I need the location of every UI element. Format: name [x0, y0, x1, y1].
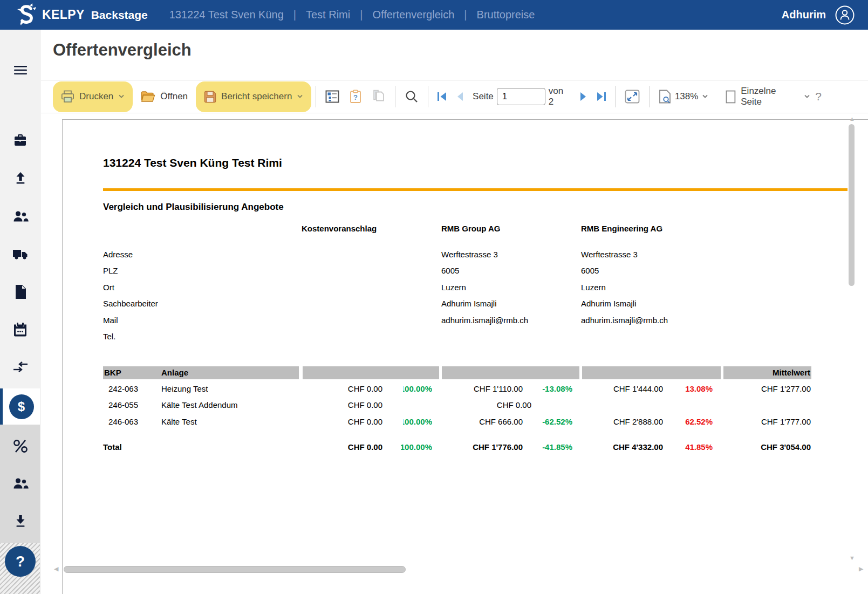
- column-header-rmb-engineering: RMB Engineering AG: [581, 224, 662, 233]
- transfer-arrows-icon[interactable]: [0, 360, 40, 373]
- chevron-down-icon: [118, 94, 125, 99]
- chevron-down-icon: [702, 94, 708, 99]
- page-total-label: von 2: [549, 86, 571, 107]
- column-header-kostenvoranschlag: Kostenvoranschlag: [302, 224, 377, 233]
- cell-kv-pct: -100.00%: [403, 417, 432, 427]
- people-icon[interactable]: [0, 209, 40, 223]
- cell-kv-amount: CHF 0.00: [312, 417, 382, 426]
- breadcrumb: 131224 Test Sven Küng | Test Rimi | Offe…: [169, 9, 535, 21]
- toolbar-help-button[interactable]: ?: [815, 90, 822, 103]
- document-icon[interactable]: [0, 284, 40, 299]
- cell-mittelwert: CHF 1'277.00: [730, 384, 811, 393]
- eng-mail: adhurim.ismajli@rmb.ch: [581, 316, 668, 325]
- copy-button-disabled[interactable]: [367, 90, 391, 104]
- scroll-right-arrow[interactable]: ▶: [859, 566, 863, 572]
- team-icon[interactable]: [0, 476, 40, 490]
- previous-page-button[interactable]: [451, 92, 469, 101]
- percent-icon[interactable]: [0, 439, 40, 454]
- zoom-level-button[interactable]: 138%: [654, 90, 713, 104]
- table-row: 242-063 Heizung Test CHF 0.00 -100.00% C…: [63, 384, 868, 395]
- page-number-input[interactable]: [497, 88, 545, 105]
- upload-icon[interactable]: [0, 171, 40, 185]
- scroll-down-arrow[interactable]: ▼: [849, 555, 855, 561]
- cell-anlage: Kälte Test Addendum: [161, 400, 238, 409]
- total-eng-amount: CHF 4'332.00: [582, 442, 663, 452]
- cell-eng-amount: CHF 2'888.00: [582, 417, 663, 426]
- document-map-button[interactable]: [320, 90, 344, 103]
- table-header-anlage: Anlage: [161, 366, 188, 379]
- page-label: Seite: [473, 91, 494, 102]
- menu-icon[interactable]: [0, 63, 40, 77]
- breadcrumb-separator: |: [360, 9, 363, 21]
- zoom-value: 138%: [675, 91, 698, 102]
- total-kv-amount: CHF 0.00: [312, 442, 382, 452]
- sidebar: $ ?: [0, 30, 40, 594]
- last-page-button[interactable]: [592, 92, 611, 101]
- open-button-label: Öffnen: [160, 91, 188, 102]
- brand-name[interactable]: KELPY: [42, 8, 85, 22]
- truck-icon[interactable]: [0, 247, 40, 261]
- scroll-up-arrow[interactable]: ▲: [849, 116, 855, 122]
- table-total-row: Total CHF 0.00 -100.00% CHF 1'776.00 -41…: [63, 442, 868, 453]
- vertical-scrollbar-thumb[interactable]: [849, 124, 855, 286]
- product-name: Backstage: [91, 9, 148, 22]
- table-header-eng: [582, 366, 721, 379]
- report-page: 131224 Test Sven Küng Test Rimi Vergleic…: [62, 119, 868, 594]
- cell-group-amount: CHF 666.00: [442, 417, 523, 426]
- breadcrumb-project[interactable]: 131224 Test Sven Küng: [169, 9, 284, 21]
- chevron-down-icon: [297, 94, 303, 99]
- info-label-ort: Ort: [103, 283, 114, 292]
- cell-bkp: 242-063: [108, 384, 138, 393]
- next-page-button[interactable]: [574, 92, 592, 101]
- fullscreen-button[interactable]: [620, 90, 645, 104]
- info-label-adresse: Adresse: [103, 250, 133, 259]
- table-header-bkp-anlage: BKP Anlage: [103, 366, 299, 379]
- cell-kv-amount: CHF 0.00: [312, 384, 382, 393]
- scroll-left-arrow[interactable]: ◀: [54, 566, 58, 572]
- user-avatar-icon[interactable]: [835, 5, 855, 25]
- save-report-button[interactable]: Bericht speichern: [196, 81, 311, 112]
- breadcrumb-bruttopreise[interactable]: Bruttopreise: [477, 9, 535, 21]
- view-mode-button[interactable]: Einzelne Seite: [721, 86, 815, 107]
- cell-anlage: Heizung Test: [161, 384, 208, 393]
- search-icon[interactable]: [400, 90, 423, 104]
- breadcrumb-separator: |: [293, 9, 296, 21]
- group-plz: 6005: [441, 266, 459, 275]
- parameters-button[interactable]: ?: [344, 90, 367, 104]
- download-icon[interactable]: [0, 514, 40, 528]
- report-section-title: Vergleich und Plausibilisierung Angebote: [103, 202, 284, 213]
- cell-kv-amount: CHF 0.00: [312, 400, 382, 409]
- print-button-label: Drucken: [79, 91, 113, 102]
- breadcrumb-separator: |: [464, 9, 467, 21]
- breadcrumb-offertenvergleich[interactable]: Offertenvergleich: [372, 9, 454, 21]
- save-report-button-label: Bericht speichern: [221, 91, 292, 102]
- print-button[interactable]: Drucken: [53, 81, 133, 112]
- report-toolbar: Drucken Öffnen Bericht speichern: [41, 80, 868, 113]
- sidebar-item-finance-active[interactable]: $: [0, 388, 40, 425]
- cell-mittelwert: CHF 1'777.00: [730, 417, 811, 426]
- horizontal-scrollbar-thumb[interactable]: [64, 566, 406, 573]
- kelpy-logo-icon[interactable]: [15, 3, 37, 27]
- breadcrumb-subproject[interactable]: Test Rimi: [306, 9, 350, 21]
- open-button[interactable]: Öffnen: [133, 81, 196, 112]
- briefcase-icon[interactable]: [0, 133, 40, 147]
- cell-group-amount: CHF 1'110.00: [442, 384, 523, 393]
- cell-eng-amount: CHF 1'444.00: [582, 384, 663, 393]
- info-label-mail: Mail: [103, 316, 118, 325]
- first-page-button[interactable]: [433, 92, 451, 101]
- total-group-pct: -41.85%: [539, 442, 572, 452]
- user-name[interactable]: Adhurim: [782, 9, 826, 21]
- view-mode-label: Einzelne Seite: [741, 86, 799, 107]
- zoom-page-icon: [659, 90, 671, 104]
- total-group-amount: CHF 1'776.00: [442, 442, 523, 452]
- eng-sachbearbeiter: Adhurim Ismajli: [581, 299, 637, 308]
- table-header-bkp: BKP: [104, 366, 121, 379]
- column-header-rmb-group: RMB Group AG: [441, 224, 500, 233]
- group-adresse: Werftestrasse 3: [441, 250, 498, 259]
- folder-open-icon: [141, 91, 155, 103]
- calendar-icon[interactable]: [0, 322, 40, 337]
- info-label-sachbearbeiter: Sachbearbeiter: [103, 299, 158, 308]
- svg-text:?: ?: [353, 93, 358, 101]
- eng-plz: 6005: [581, 266, 599, 275]
- help-button[interactable]: ?: [5, 546, 36, 577]
